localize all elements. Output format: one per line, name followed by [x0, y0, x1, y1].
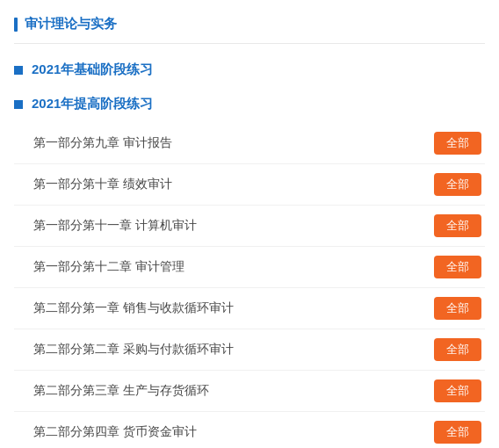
- chapter-item-ch11: 第一部分第十一章 计算机审计全部: [14, 206, 485, 247]
- all-button-ch2-2[interactable]: 全部: [434, 338, 481, 361]
- all-button-ch9[interactable]: 全部: [434, 132, 481, 155]
- chapter-name: 第二部分第四章 货币资金审计: [33, 424, 197, 440]
- all-button-ch12[interactable]: 全部: [434, 256, 481, 278]
- all-button-ch11[interactable]: 全部: [434, 214, 481, 237]
- section-header-advanced: 2021年提高阶段练习: [14, 90, 485, 119]
- chapter-name: 第一部分第十一章 计算机审计: [33, 218, 197, 234]
- section-square-icon: [14, 100, 23, 109]
- page-title-bar: 审计理论与实务: [14, 11, 485, 44]
- chapter-name: 第二部分第三章 生产与存货循环: [33, 383, 209, 399]
- chapter-name: 第一部分第十二章 审计管理: [33, 259, 184, 275]
- chapter-name: 第一部分第十章 绩效审计: [33, 177, 172, 192]
- page-container: 审计理论与实务 2021年基础阶段练习2021年提高阶段练习第一部分第九章 审计…: [0, 0, 499, 448]
- page-title: 审计理论与实务: [25, 16, 117, 33]
- section-advanced: 2021年提高阶段练习第一部分第九章 审计报告全部第一部分第十章 绩效审计全部第…: [14, 90, 485, 448]
- chapter-list: 第一部分第九章 审计报告全部第一部分第十章 绩效审计全部第一部分第十一章 计算机…: [14, 123, 485, 448]
- chapter-item-ch10: 第一部分第十章 绩效审计全部: [14, 164, 485, 206]
- section-label: 2021年基础阶段练习: [32, 61, 153, 78]
- section-label: 2021年提高阶段练习: [32, 96, 153, 112]
- chapter-item-ch2-1: 第二部分第一章 销售与收款循环审计全部: [14, 288, 485, 329]
- chapter-name: 第一部分第九章 审计报告: [33, 135, 172, 151]
- section-basic: 2021年基础阶段练习: [14, 56, 485, 85]
- title-accent-icon: [14, 18, 18, 32]
- chapter-item-ch2-2: 第二部分第二章 采购与付款循环审计全部: [14, 329, 485, 371]
- chapter-item-ch9: 第一部分第九章 审计报告全部: [14, 123, 485, 164]
- chapter-name: 第二部分第一章 销售与收款循环审计: [33, 300, 234, 316]
- section-square-icon: [14, 66, 23, 75]
- chapter-name: 第二部分第二章 采购与付款循环审计: [33, 342, 234, 358]
- chapter-item-ch2-3: 第二部分第三章 生产与存货循环全部: [14, 371, 485, 412]
- chapter-item-ch2-4: 第二部分第四章 货币资金审计全部: [14, 412, 485, 448]
- all-button-ch2-1[interactable]: 全部: [434, 297, 481, 320]
- all-button-ch2-4[interactable]: 全部: [434, 421, 481, 444]
- all-button-ch10[interactable]: 全部: [434, 173, 481, 196]
- section-header-basic: 2021年基础阶段练习: [14, 56, 485, 85]
- chapter-item-ch12: 第一部分第十二章 审计管理全部: [14, 247, 485, 288]
- all-button-ch2-3[interactable]: 全部: [434, 379, 481, 402]
- sections-container: 2021年基础阶段练习2021年提高阶段练习第一部分第九章 审计报告全部第一部分…: [14, 56, 485, 448]
